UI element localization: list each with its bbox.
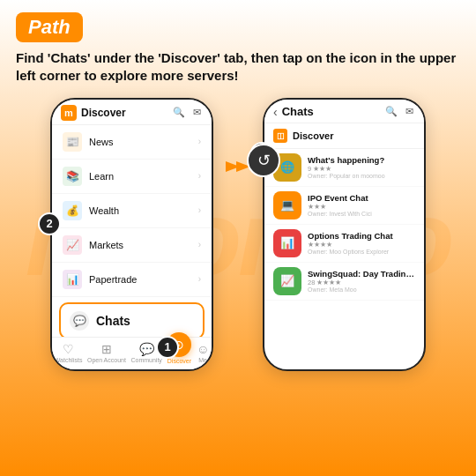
left-phone: m Discover 🔍 ✉ 📰 News › [50,98,213,371]
menu-label-papertrade: Papertrade [89,274,137,285]
menu-label-learn: Learn [89,171,114,182]
chat-owner-3: Owner: Moo Options Explorer [308,249,415,255]
menu-list: 📰 News › 📚 Learn › 💰 Wealth [52,125,212,297]
chat-item-options[interactable]: 📊 Options Trading Chat ★★★★ Owner: Moo O… [264,225,424,263]
header: Path Find 'Chats' under the 'Discover' t… [0,0,476,86]
right-phone: ‹ Chats 🔍 ✉ ◫ Discover 🌐 [263,98,426,371]
nav-open-account[interactable]: ⊞ Open Account [87,342,126,363]
mail-icon[interactable]: ✉ [190,107,203,119]
chat-members-2: ★★★ [308,203,415,211]
step-2-badge: 2 [38,212,61,235]
left-phone-title: Discover [81,107,126,119]
instruction-text: Find 'Chats' under the 'Discover' tab, t… [16,49,457,86]
refresh-icon: ↺ [257,151,271,170]
chat-item-ipo[interactable]: 💻 IPO Event Chat ★★★ Owner: Invest With … [264,187,424,225]
discover-box-icon: ◫ [273,129,287,143]
right-phone-top-bar: ‹ Chats 🔍 ✉ [264,100,424,123]
menu-label-news: News [89,137,114,147]
refresh-button[interactable]: ↺ [247,144,280,177]
app-logo-left: m [61,105,77,121]
markets-chevron: › [198,240,201,249]
community-icon: 💬 [139,342,154,356]
news-icon: 📰 [63,132,82,152]
chat-owner-1: Owner: Popular on moomoo [308,173,415,179]
chat-avatar-2: 💻 [273,191,301,219]
right-phone-title: Chats [282,105,314,118]
discover-section: ◫ Discover [264,123,424,149]
chat-avatar-4: 📈 [273,267,301,295]
path-badge: Path [16,12,83,42]
nav-label-community: Community [130,357,161,363]
chat-name-4: SwingSquad: Day Trading and TA [308,269,415,279]
menu-item-wealth[interactable]: 💰 Wealth › [52,194,212,228]
right-phone-container: 3 ↺ ‹ Chats 🔍 ✉ ◫ Discove [263,98,426,371]
chat-list: 🌐 What's happening? 9 ★★★ Owner: Popular… [264,149,424,301]
path-label: Path [28,16,71,38]
menu-item-learn[interactable]: 📚 Learn › [52,160,212,194]
left-phone-container: 2 1 m Discover 🔍 ✉ 📰 [50,98,213,371]
back-arrow-icon[interactable]: ‹ [273,105,278,119]
chat-info-2: IPO Event Chat ★★★ Owner: Invest With Ci… [308,193,415,217]
menu-item-news[interactable]: 📰 News › [52,125,212,160]
open-account-icon: ⊞ [101,342,112,356]
chat-name-1: What's happening? [308,155,415,165]
phones-area: 2 1 m Discover 🔍 ✉ 📰 [0,86,476,371]
chat-item-whats-happening[interactable]: 🌐 What's happening? 9 ★★★ Owner: Popular… [264,149,424,187]
chats-label: Chats [96,314,130,328]
menu-label-wealth: Wealth [89,205,119,216]
search-icon-right[interactable]: 🔍 [385,106,398,118]
chat-name-3: Options Trading Chat [308,231,415,241]
menu-item-papertrade[interactable]: 📊 Papertrade › [52,263,212,297]
chat-members-3: ★★★★ [308,241,415,249]
nav-label-me: Me [198,357,207,363]
left-phone-top-bar: m Discover 🔍 ✉ [52,100,212,125]
chat-owner-4: Owner: Meta Moo [308,286,415,293]
chat-info-3: Options Trading Chat ★★★★ Owner: Moo Opt… [308,231,415,255]
chat-name-2: IPO Event Chat [308,193,415,203]
step-1-badge: 1 [156,336,179,359]
chats-bubble-icon: 💬 [70,311,89,331]
menu-item-markets[interactable]: 📈 Markets › [52,228,212,263]
menu-label-markets: Markets [89,240,123,250]
nav-label-open-account: Open Account [87,357,126,363]
mail-icon-right[interactable]: ✉ [403,106,415,118]
wealth-icon: 💰 [63,201,82,220]
learn-icon: 📚 [63,167,82,186]
chat-members-4: 28 ★★★★ [308,279,415,286]
chat-info-4: SwingSquad: Day Trading and TA 28 ★★★★ O… [308,269,415,293]
watchlists-icon: ♡ [63,342,74,356]
chat-owner-2: Owner: Invest With Cici [308,211,415,217]
nav-label-watchlists: Watchlists [55,357,83,363]
papertrade-icon: 📊 [63,270,82,289]
search-icon[interactable]: 🔍 [173,107,185,119]
discover-section-label: Discover [293,130,333,141]
chat-avatar-3: 📊 [273,229,301,257]
nav-me[interactable]: ☺ Me [197,342,209,363]
news-chevron: › [198,137,201,146]
papertrade-chevron: › [198,274,201,284]
nav-label-discover: Discover [167,358,191,364]
nav-watchlists[interactable]: ♡ Watchlists [55,342,83,363]
chat-item-swingsquad[interactable]: 📈 SwingSquad: Day Trading and TA 28 ★★★★… [264,263,424,301]
right-phone-icons: 🔍 ✉ [385,106,415,118]
wealth-chevron: › [198,205,201,215]
chat-members-1: 9 ★★★ [308,165,415,173]
learn-chevron: › [198,171,201,181]
me-icon: ☺ [197,342,209,356]
left-phone-icons: 🔍 ✉ [173,107,203,119]
chat-info-1: What's happening? 9 ★★★ Owner: Popular o… [308,155,415,179]
markets-icon: 📈 [63,235,82,255]
bottom-nav-left: ♡ Watchlists ⊞ Open Account 💬 Community … [52,337,212,369]
